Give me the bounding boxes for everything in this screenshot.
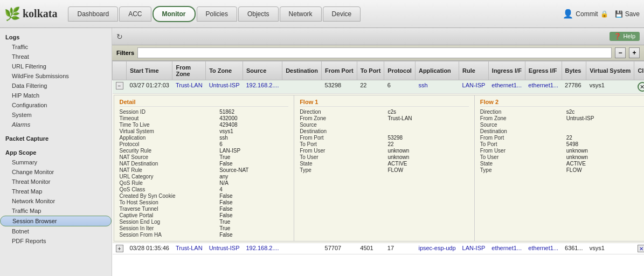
save-button[interactable]: 💾 Save <box>615 10 640 18</box>
row2-egress: ethernet1... <box>525 243 562 254</box>
row2-application: ipsec-esp-udp <box>415 243 459 254</box>
flow2-val-to-user: unknown <box>566 154 644 160</box>
flow1-key-from-port: From Port <box>300 135 383 141</box>
help-button[interactable]: ❓ Help <box>610 32 640 41</box>
col-application[interactable]: Application <box>415 61 459 80</box>
help-label: Help <box>623 33 635 39</box>
sidebar-item-configuration[interactable]: Configuration <box>0 100 112 110</box>
filter-minus-button[interactable]: − <box>615 47 626 58</box>
row2-vsys: vsys1 <box>586 243 634 254</box>
row2-bytes: 6361... <box>562 243 586 254</box>
sidebar-item-system[interactable]: System <box>0 110 112 120</box>
tab-monitor[interactable]: Monitor <box>153 6 196 22</box>
col-to-zone[interactable]: To Zone <box>206 61 243 80</box>
flow1-key-state: State <box>300 161 383 167</box>
clear-button-1[interactable]: ✕ <box>638 82 644 92</box>
sidebar-item-traffic[interactable]: Traffic <box>0 42 112 52</box>
main-layout: Logs Traffic Threat URL Filtering WildFi… <box>0 28 644 276</box>
detail-key-proto: Protocol <box>120 141 216 147</box>
row2-clear[interactable]: ✕ <box>634 243 644 254</box>
sidebar-item-url-filtering[interactable]: URL Filtering <box>0 61 112 71</box>
detail-key-sec-rule: Security Rule <box>120 148 216 154</box>
detail-key-syn-cookie: Created By Syn Cookie <box>120 193 216 199</box>
tab-network[interactable]: Network <box>280 6 322 22</box>
filters-input[interactable] <box>137 47 612 58</box>
detail-key-nat-dst: NAT Destination <box>120 161 216 167</box>
sidebar-item-traffic-map[interactable]: Traffic Map <box>0 206 112 216</box>
flow2-val-source <box>566 122 644 128</box>
row1-protocol: 6 <box>384 80 416 94</box>
col-rule[interactable]: Rule <box>459 61 489 80</box>
sidebar-item-threat-map[interactable]: Threat Map <box>0 187 112 196</box>
sidebar-header-logs: Logs <box>0 31 112 42</box>
col-egress[interactable]: Egress I/F <box>525 61 562 80</box>
detail-val-nat-dst: False <box>219 161 288 167</box>
sidebar-item-data-filtering[interactable]: Data Filtering <box>0 81 112 91</box>
detail-main-header: Detail <box>120 99 289 107</box>
row2-to-port: 4501 <box>357 243 384 254</box>
flow2-key-to-port: To Port <box>480 141 562 147</box>
person-icon: 👤 <box>563 9 573 19</box>
sidebar-item-summary[interactable]: Summary <box>0 157 112 167</box>
col-ingress[interactable]: Ingress I/F <box>488 61 525 80</box>
col-to-port[interactable]: To Port <box>357 61 384 80</box>
sidebar-item-change-monitor[interactable]: Change Monitor <box>0 167 112 177</box>
sidebar-item-botnet[interactable]: Botnet <box>0 226 112 236</box>
main-nav: Dashboard ACC Monitor Policies Objects N… <box>68 6 563 22</box>
col-protocol[interactable]: Protocol <box>384 61 416 80</box>
detail-main-grid: Session ID51862 Timeout432000 Time To Li… <box>120 109 289 238</box>
col-expand <box>113 61 127 80</box>
sidebar-item-alarms[interactable]: Alarms <box>0 120 112 129</box>
logo-text: kolkata <box>23 8 57 20</box>
content-area: ↻ ❓ Help Filters − + Start Time FromZone <box>112 28 644 276</box>
flow1-val-from-user: unknown <box>387 148 468 154</box>
row1-clear[interactable]: ✕ <box>634 80 644 94</box>
row1-destination <box>282 80 322 94</box>
row2-expand[interactable]: + <box>113 243 127 254</box>
refresh-icon[interactable]: ↻ <box>116 32 123 41</box>
col-bytes[interactable]: Bytes <box>562 61 586 80</box>
sidebar-item-hip-match[interactable]: HIP Match <box>0 91 112 100</box>
detail-key-url-cat: URL Category <box>120 174 216 180</box>
filter-plus-button[interactable]: + <box>629 47 640 58</box>
tab-dashboard[interactable]: Dashboard <box>68 6 118 22</box>
commit-button[interactable]: 👤 Commit 🔒 <box>563 9 608 19</box>
sidebar-item-threat-monitor[interactable]: Threat Monitor <box>0 177 112 187</box>
sidebar-item-pdf-reports[interactable]: PDF Reports <box>0 236 112 246</box>
col-source[interactable]: Source <box>243 61 282 80</box>
detail-val-ttl: 429408 <box>219 122 288 128</box>
expand-icon-1[interactable]: − <box>116 82 123 89</box>
detail-val-proto: 6 <box>219 141 288 147</box>
flow1-val-direction: c2s <box>387 109 468 115</box>
sessions-table: Start Time FromZone To Zone Source Desti… <box>112 61 644 254</box>
col-clear: Clear <box>634 61 644 80</box>
flow2-key-source: Source <box>480 122 562 128</box>
col-from-zone[interactable]: FromZone <box>172 61 206 80</box>
save-icon: 💾 <box>615 10 623 18</box>
top-right-actions: 👤 Commit 🔒 💾 Save <box>563 9 640 19</box>
row1-expand[interactable]: − <box>113 80 127 94</box>
sidebar-item-network-monitor[interactable]: Network Monitor <box>0 196 112 206</box>
detail-val-qos-class: 4 <box>219 187 288 192</box>
flow1-key-type: Type <box>300 167 383 173</box>
top-bar: 🌿 kolkata Dashboard ACC Monitor Policies… <box>0 0 644 28</box>
tab-acc[interactable]: ACC <box>119 6 151 22</box>
commit-label: Commit <box>576 10 598 18</box>
detail-row-1: Detail Session ID51862 Timeout432000 Tim… <box>113 94 645 243</box>
tab-policies[interactable]: Policies <box>197 6 237 22</box>
sidebar-item-threat[interactable]: Threat <box>0 52 112 61</box>
col-vsys[interactable]: Virtual System <box>586 61 634 80</box>
col-from-port[interactable]: From Port <box>322 61 357 80</box>
flow1-val-type: FLOW <box>387 167 468 173</box>
col-destination[interactable]: Destination <box>282 61 322 80</box>
tab-objects[interactable]: Objects <box>238 6 279 22</box>
table-row-1: − 03/27 01:27:03 Trust-LAN Untrust-ISP 1… <box>113 80 645 94</box>
clear-button-2[interactable]: ✕ <box>638 245 644 252</box>
expand-icon-2[interactable]: + <box>116 245 123 252</box>
sidebar-item-wildfire[interactable]: WildFire Submissions <box>0 71 112 81</box>
sidebar-item-session-browser[interactable]: Session Browser <box>0 216 112 226</box>
tab-device[interactable]: Device <box>323 6 361 22</box>
col-start-time[interactable]: Start Time <box>127 61 172 80</box>
flow2-val-from-user: unknown <box>566 148 644 154</box>
flow1-val-to-user: unknown <box>387 154 468 160</box>
